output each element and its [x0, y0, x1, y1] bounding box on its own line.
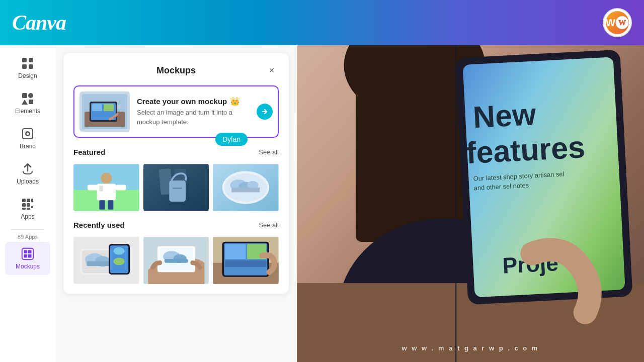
svg-point-13	[27, 133, 29, 135]
sidebar-item-design-label: Design	[18, 72, 37, 79]
svg-rect-25	[24, 254, 28, 258]
tshirt-mockup-img	[73, 162, 139, 213]
watermark: w w w . m a t g a r w p . c o m	[297, 344, 644, 352]
svg-rect-16	[31, 199, 33, 202]
arrow-button[interactable]	[257, 104, 273, 120]
arrow-right-icon	[261, 108, 268, 115]
content-panel: Mockups ×	[55, 45, 297, 362]
svg-rect-4	[29, 58, 33, 62]
svg-rect-70	[165, 259, 188, 262]
uploads-icon	[21, 162, 35, 176]
bag-mockup-img	[143, 162, 209, 213]
w-logo-icon: W W	[615, 15, 629, 31]
avatar[interactable]: W W	[603, 8, 632, 37]
svg-rect-18	[27, 203, 30, 207]
right-panel-background: New features Our latest shop story artis…	[297, 45, 644, 362]
card-hands-mockup-img	[143, 235, 209, 286]
svg-rect-7	[22, 93, 27, 98]
svg-rect-47	[173, 188, 182, 189]
svg-rect-6	[29, 64, 33, 69]
recently-used-grid	[73, 235, 279, 286]
sidebar-divider	[11, 229, 44, 230]
svg-rect-22	[22, 248, 33, 259]
sidebar-item-brand[interactable]: Brand	[5, 122, 50, 155]
dylan-tooltip: Dylan	[215, 133, 248, 146]
recently-used-header: Recently used See all	[73, 221, 279, 229]
create-mockup-thumb-img	[79, 92, 130, 132]
svg-point-8	[28, 93, 33, 98]
featured-thumb-2[interactable]	[143, 162, 209, 213]
recent-thumb-3[interactable]	[213, 235, 279, 286]
mockups-modal: Mockups ×	[63, 53, 289, 294]
grid-icon	[21, 56, 35, 70]
tablet-mockup-img	[213, 235, 279, 286]
svg-rect-46	[169, 180, 186, 202]
sidebar-item-mockups-label: Mockups	[16, 263, 40, 270]
sidebar-item-elements[interactable]: Elements	[5, 86, 50, 120]
create-mockup-desc: Select an image and turn it into a mocku…	[137, 108, 250, 126]
svg-rect-32	[92, 104, 102, 111]
svg-rect-23	[24, 250, 28, 254]
svg-rect-40	[116, 185, 126, 190]
svg-rect-14	[22, 199, 26, 202]
elements-icon	[21, 92, 35, 106]
svg-rect-38	[99, 186, 103, 191]
crown-icon: 👑	[230, 97, 240, 106]
recent-thumb-1[interactable]	[73, 235, 139, 286]
sidebar-item-apps-label: Apps	[21, 213, 34, 220]
sidebar-item-uploads[interactable]: Uploads	[5, 157, 50, 190]
brand-icon	[21, 127, 35, 141]
svg-point-36	[101, 172, 112, 184]
svg-rect-39	[88, 185, 98, 190]
svg-text:New: New	[472, 97, 537, 134]
create-mockup-title: Create your own mockup 👑	[137, 97, 250, 106]
featured-section-header: Featured See all	[73, 148, 279, 156]
svg-rect-3	[22, 58, 27, 62]
sidebar-item-uploads-label: Uploads	[17, 178, 39, 185]
sidebar-item-elements-label: Elements	[15, 108, 40, 115]
create-mockup-card[interactable]: Create your own mockup 👑 Select an image…	[73, 85, 279, 138]
recent-thumb-2[interactable]	[143, 235, 209, 286]
sidebar-item-design[interactable]: Design	[5, 51, 50, 84]
featured-title: Featured	[73, 148, 105, 156]
sidebar: Design Elements Brand	[0, 45, 55, 362]
svg-rect-10	[29, 100, 33, 104]
svg-rect-75	[225, 244, 246, 259]
create-mockup-text: Create your own mockup 👑 Select an image…	[137, 97, 250, 126]
svg-rect-60	[87, 261, 110, 266]
apps-icon	[21, 197, 35, 211]
svg-point-63	[113, 247, 124, 255]
create-mockup-thumbnail	[79, 92, 130, 132]
svg-text:features: features	[465, 130, 586, 170]
close-button[interactable]: ×	[265, 63, 279, 77]
svg-rect-19	[31, 206, 33, 208]
svg-point-64	[113, 257, 124, 265]
featured-thumb-1[interactable]	[73, 162, 139, 213]
modal-title: Mockups	[88, 65, 265, 76]
svg-rect-33	[104, 104, 114, 111]
sidebar-item-mockups[interactable]: Mockups	[5, 242, 50, 275]
mousepad-mockup-img	[73, 235, 139, 286]
sidebar-item-brand-label: Brand	[20, 143, 36, 150]
svg-rect-24	[28, 250, 32, 254]
svg-rect-26	[28, 254, 32, 258]
featured-see-all[interactable]: See all	[259, 148, 279, 156]
background-scene: New features Our latest shop story artis…	[297, 45, 644, 362]
canva-logo: Canva	[12, 11, 66, 35]
pillow-mockup-img	[213, 162, 279, 213]
featured-section: Featured See all	[63, 148, 289, 221]
svg-rect-54	[232, 188, 260, 192]
recently-used-see-all[interactable]: See all	[259, 221, 279, 229]
featured-thumb-3[interactable]	[213, 162, 279, 213]
mockups-icon	[21, 247, 35, 261]
sidebar-item-apps[interactable]: Apps	[5, 192, 50, 225]
apps-count-badge: 89 Apps	[18, 234, 38, 240]
svg-rect-21	[27, 208, 30, 210]
recently-used-section: Recently used See all	[63, 221, 289, 294]
svg-marker-9	[22, 100, 28, 105]
svg-text:W: W	[618, 18, 626, 27]
svg-rect-41	[99, 200, 105, 210]
right-panel: New features Our latest shop story artis…	[297, 45, 644, 362]
svg-rect-17	[22, 203, 26, 207]
svg-rect-5	[22, 64, 27, 69]
